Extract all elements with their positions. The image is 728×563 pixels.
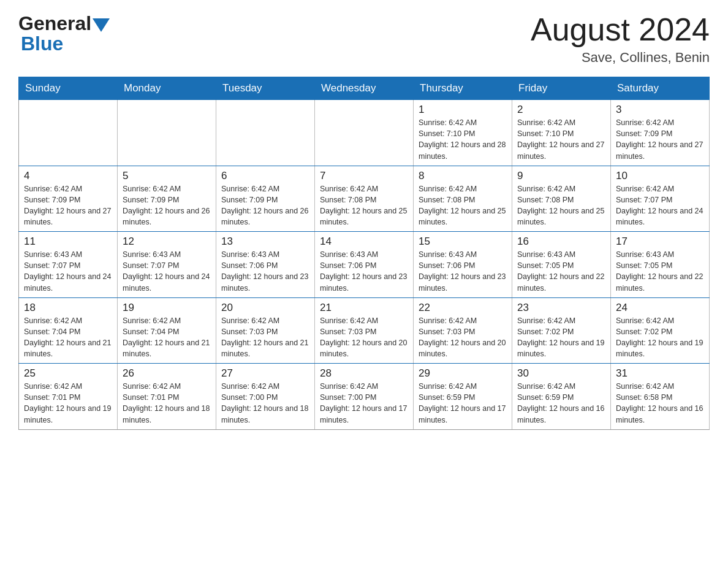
calendar-cell: 14Sunrise: 6:43 AMSunset: 7:06 PMDayligh…: [315, 232, 414, 298]
calendar-cell: 18Sunrise: 6:42 AMSunset: 7:04 PMDayligh…: [19, 297, 118, 364]
title-section: August 2024 Save, Collines, Benin: [531, 12, 710, 66]
day-info: Sunrise: 6:42 AMSunset: 7:09 PMDaylight:…: [221, 183, 309, 228]
day-info: Sunrise: 6:43 AMSunset: 7:06 PMDaylight:…: [419, 249, 507, 294]
calendar-cell: [118, 100, 216, 166]
day-info: Sunrise: 6:42 AMSunset: 7:03 PMDaylight:…: [320, 315, 408, 360]
day-info: Sunrise: 6:42 AMSunset: 7:08 PMDaylight:…: [517, 183, 605, 228]
day-number: 9: [517, 170, 605, 182]
day-info: Sunrise: 6:43 AMSunset: 7:07 PMDaylight:…: [24, 249, 112, 294]
day-info: Sunrise: 6:42 AMSunset: 7:08 PMDaylight:…: [419, 183, 507, 228]
day-info: Sunrise: 6:42 AMSunset: 7:03 PMDaylight:…: [419, 315, 507, 360]
calendar-cell: 9Sunrise: 6:42 AMSunset: 7:08 PMDaylight…: [512, 166, 611, 232]
day-number: 11: [24, 236, 112, 248]
weekday-header-thursday: Thursday: [414, 77, 512, 100]
day-number: 18: [24, 302, 112, 314]
day-number: 23: [517, 302, 605, 314]
calendar-cell: 25Sunrise: 6:42 AMSunset: 7:01 PMDayligh…: [19, 364, 118, 430]
calendar-cell: 21Sunrise: 6:42 AMSunset: 7:03 PMDayligh…: [315, 297, 414, 364]
day-info: Sunrise: 6:42 AMSunset: 7:01 PMDaylight:…: [24, 381, 112, 426]
day-info: Sunrise: 6:42 AMSunset: 7:08 PMDaylight:…: [320, 183, 408, 228]
day-number: 13: [221, 236, 309, 248]
day-info: Sunrise: 6:42 AMSunset: 6:59 PMDaylight:…: [419, 381, 507, 426]
calendar-cell: 8Sunrise: 6:42 AMSunset: 7:08 PMDaylight…: [414, 166, 512, 232]
logo-arrow-icon: [93, 18, 110, 32]
day-info: Sunrise: 6:43 AMSunset: 7:05 PMDaylight:…: [517, 249, 605, 294]
day-number: 4: [24, 170, 112, 182]
calendar-header-row: SundayMondayTuesdayWednesdayThursdayFrid…: [19, 77, 710, 100]
day-info: Sunrise: 6:42 AMSunset: 7:04 PMDaylight:…: [123, 315, 211, 360]
calendar-cell: 6Sunrise: 6:42 AMSunset: 7:09 PMDaylight…: [216, 166, 315, 232]
calendar-cell: 1Sunrise: 6:42 AMSunset: 7:10 PMDaylight…: [414, 100, 512, 166]
calendar-cell: 27Sunrise: 6:42 AMSunset: 7:00 PMDayligh…: [216, 364, 315, 430]
day-info: Sunrise: 6:43 AMSunset: 7:07 PMDaylight:…: [123, 249, 211, 294]
weekday-header-friday: Friday: [512, 77, 611, 100]
weekday-header-wednesday: Wednesday: [315, 77, 414, 100]
day-info: Sunrise: 6:42 AMSunset: 7:03 PMDaylight:…: [221, 315, 309, 360]
day-info: Sunrise: 6:42 AMSunset: 7:04 PMDaylight:…: [24, 315, 112, 360]
location-title: Save, Collines, Benin: [531, 50, 710, 66]
day-number: 2: [517, 104, 605, 116]
weekday-header-monday: Monday: [118, 77, 216, 100]
calendar-cell: 29Sunrise: 6:42 AMSunset: 6:59 PMDayligh…: [414, 364, 512, 430]
calendar-cell: 20Sunrise: 6:42 AMSunset: 7:03 PMDayligh…: [216, 297, 315, 364]
calendar-cell: 31Sunrise: 6:42 AMSunset: 6:58 PMDayligh…: [611, 364, 710, 430]
day-number: 14: [320, 236, 408, 248]
day-number: 12: [123, 236, 211, 248]
calendar-cell: 15Sunrise: 6:43 AMSunset: 7:06 PMDayligh…: [414, 232, 512, 298]
calendar-cell: 10Sunrise: 6:42 AMSunset: 7:07 PMDayligh…: [611, 166, 710, 232]
day-number: 7: [320, 170, 408, 182]
calendar-cell: 3Sunrise: 6:42 AMSunset: 7:09 PMDaylight…: [611, 100, 710, 166]
calendar-week-4: 18Sunrise: 6:42 AMSunset: 7:04 PMDayligh…: [19, 297, 710, 364]
svg-marker-0: [93, 18, 110, 32]
day-info: Sunrise: 6:43 AMSunset: 7:06 PMDaylight:…: [221, 249, 309, 294]
calendar-cell: 7Sunrise: 6:42 AMSunset: 7:08 PMDaylight…: [315, 166, 414, 232]
day-info: Sunrise: 6:42 AMSunset: 7:02 PMDaylight:…: [616, 315, 704, 360]
day-number: 22: [419, 302, 507, 314]
day-number: 6: [221, 170, 309, 182]
logo-general-text: General: [18, 12, 91, 35]
day-number: 24: [616, 302, 704, 314]
day-number: 19: [123, 302, 211, 314]
day-info: Sunrise: 6:43 AMSunset: 7:05 PMDaylight:…: [616, 249, 704, 294]
weekday-header-tuesday: Tuesday: [216, 77, 315, 100]
day-info: Sunrise: 6:42 AMSunset: 7:10 PMDaylight:…: [517, 117, 605, 162]
day-number: 8: [419, 170, 507, 182]
day-info: Sunrise: 6:42 AMSunset: 7:00 PMDaylight:…: [320, 381, 408, 426]
day-info: Sunrise: 6:42 AMSunset: 6:59 PMDaylight:…: [517, 381, 605, 426]
day-info: Sunrise: 6:42 AMSunset: 7:07 PMDaylight:…: [616, 183, 704, 228]
calendar-cell: 5Sunrise: 6:42 AMSunset: 7:09 PMDaylight…: [118, 166, 216, 232]
calendar-cell: 22Sunrise: 6:42 AMSunset: 7:03 PMDayligh…: [414, 297, 512, 364]
calendar-cell: 13Sunrise: 6:43 AMSunset: 7:06 PMDayligh…: [216, 232, 315, 298]
calendar-cell: 16Sunrise: 6:43 AMSunset: 7:05 PMDayligh…: [512, 232, 611, 298]
logo: General Blue: [18, 12, 110, 55]
weekday-header-saturday: Saturday: [611, 77, 710, 100]
month-title: August 2024: [531, 12, 710, 47]
weekday-header-sunday: Sunday: [19, 77, 118, 100]
day-number: 5: [123, 170, 211, 182]
day-number: 28: [320, 367, 408, 380]
calendar-cell: [315, 100, 414, 166]
calendar-week-1: 1Sunrise: 6:42 AMSunset: 7:10 PMDaylight…: [19, 100, 710, 166]
day-info: Sunrise: 6:42 AMSunset: 7:09 PMDaylight:…: [24, 183, 112, 228]
day-info: Sunrise: 6:42 AMSunset: 7:10 PMDaylight:…: [419, 117, 507, 162]
page-header: General Blue August 2024 Save, Collines,…: [18, 12, 710, 66]
calendar-cell: [19, 100, 118, 166]
calendar-cell: [216, 100, 315, 166]
day-number: 31: [616, 367, 704, 380]
day-number: 27: [221, 367, 309, 380]
day-number: 17: [616, 236, 704, 248]
calendar-week-2: 4Sunrise: 6:42 AMSunset: 7:09 PMDaylight…: [19, 166, 710, 232]
day-number: 25: [24, 367, 112, 380]
calendar-cell: 26Sunrise: 6:42 AMSunset: 7:01 PMDayligh…: [118, 364, 216, 430]
day-number: 15: [419, 236, 507, 248]
day-info: Sunrise: 6:42 AMSunset: 7:01 PMDaylight:…: [123, 381, 211, 426]
calendar-table: SundayMondayTuesdayWednesdayThursdayFrid…: [18, 77, 710, 430]
day-info: Sunrise: 6:42 AMSunset: 6:58 PMDaylight:…: [616, 381, 704, 426]
day-number: 26: [123, 367, 211, 380]
calendar-week-5: 25Sunrise: 6:42 AMSunset: 7:01 PMDayligh…: [19, 364, 710, 430]
calendar-cell: 24Sunrise: 6:42 AMSunset: 7:02 PMDayligh…: [611, 297, 710, 364]
calendar-cell: 17Sunrise: 6:43 AMSunset: 7:05 PMDayligh…: [611, 232, 710, 298]
calendar-cell: 23Sunrise: 6:42 AMSunset: 7:02 PMDayligh…: [512, 297, 611, 364]
day-number: 10: [616, 170, 704, 182]
day-number: 30: [517, 367, 605, 380]
